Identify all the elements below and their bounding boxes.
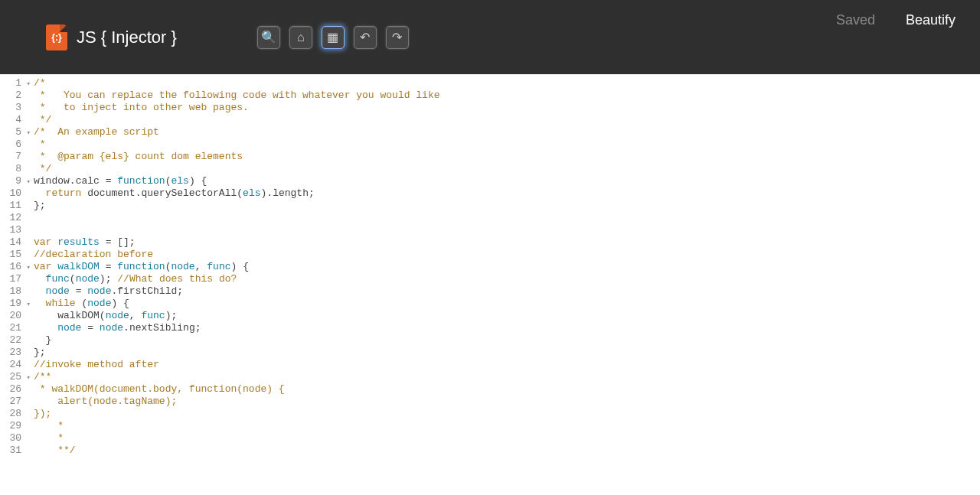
code-editor[interactable]: 1▾2345▾6789▾10111213141516▾171819▾202122… <box>0 74 980 495</box>
code-line[interactable]: **/ <box>34 445 980 457</box>
line-number: 25▾ <box>0 371 31 383</box>
code-line[interactable]: * walkDOM(document.body, function(node) … <box>34 383 980 396</box>
fold-chevron-icon[interactable]: ▾ <box>27 262 31 274</box>
code-line[interactable]: node = node.nextSibling; <box>34 322 980 334</box>
logo-wrap: {:} JS { Injector } <box>46 24 177 50</box>
code-line[interactable]: var results = []; <box>34 236 980 249</box>
code-line[interactable]: alert(node.tagName); <box>34 396 980 408</box>
line-number: 18 <box>0 285 31 298</box>
code-line[interactable]: /** <box>34 371 980 383</box>
code-line[interactable]: window.calc = function(els) { <box>34 175 980 187</box>
toolbar: 🔍⌂▦↶↷ <box>257 26 409 49</box>
code-line[interactable]: */ <box>34 114 980 126</box>
line-number: 29 <box>0 420 31 432</box>
line-number: 2 <box>0 90 31 102</box>
line-number: 26 <box>0 383 31 396</box>
fold-chevron-icon[interactable]: ▾ <box>27 78 31 90</box>
code-line[interactable]: walkDOM(node, func); <box>34 310 980 322</box>
line-number: 1▾ <box>0 77 31 90</box>
app-logo-icon: {:} <box>46 24 67 50</box>
line-number: 27 <box>0 396 31 408</box>
saved-status-label: Saved <box>836 12 875 28</box>
code-line[interactable]: * <box>34 420 980 432</box>
code-line[interactable]: }); <box>34 408 980 420</box>
line-number: 8 <box>0 163 31 175</box>
code-line[interactable]: while (node) { <box>34 298 980 310</box>
code-line[interactable]: /* <box>34 77 980 90</box>
line-number: 23 <box>0 347 31 359</box>
code-line[interactable] <box>34 212 980 224</box>
code-line[interactable]: node = node.firstChild; <box>34 285 980 298</box>
line-number: 14 <box>0 236 31 249</box>
code-line[interactable] <box>34 224 980 236</box>
fold-chevron-icon[interactable]: ▾ <box>27 176 31 188</box>
fold-chevron-icon[interactable]: ▾ <box>27 298 31 311</box>
code-line[interactable]: * <box>34 138 980 151</box>
line-number: 21 <box>0 322 31 334</box>
code-line[interactable]: return document.querySelectorAll(els).le… <box>34 187 980 200</box>
code-line[interactable]: //declaration before <box>34 249 980 261</box>
page-button[interactable]: ▦ <box>322 26 345 49</box>
code-line[interactable]: func(node); //What does this do? <box>34 273 980 285</box>
line-number: 24 <box>0 359 31 371</box>
line-number: 16▾ <box>0 261 31 273</box>
logo-glyph: {:} <box>51 32 61 43</box>
fold-chevron-icon[interactable]: ▾ <box>27 372 31 384</box>
code-line[interactable]: * <box>34 432 980 445</box>
line-number: 28 <box>0 408 31 420</box>
header-right-actions: Saved Beautify <box>836 12 956 28</box>
code-line[interactable]: //invoke method after <box>34 359 980 371</box>
code-line[interactable]: var walkDOM = function(node, func) { <box>34 261 980 273</box>
redo-button[interactable]: ↷ <box>386 26 409 49</box>
line-gutter: 1▾2345▾6789▾10111213141516▾171819▾202122… <box>0 74 31 495</box>
code-line[interactable]: * to inject into other web pages. <box>34 102 980 114</box>
line-number: 19▾ <box>0 298 31 310</box>
line-number: 9▾ <box>0 175 31 187</box>
page-icon: ▦ <box>327 30 338 44</box>
line-number: 15 <box>0 249 31 261</box>
line-number: 22 <box>0 334 31 347</box>
line-number: 4 <box>0 114 31 126</box>
code-area[interactable]: /* * You can replace the following code … <box>31 74 980 495</box>
code-line[interactable]: } <box>34 334 980 347</box>
code-line[interactable]: }; <box>34 347 980 359</box>
code-line[interactable]: * You can replace the following code wit… <box>34 90 980 102</box>
line-number: 11 <box>0 200 31 212</box>
beautify-button[interactable]: Beautify <box>906 12 956 28</box>
undo-icon: ↶ <box>360 30 370 44</box>
line-number: 5▾ <box>0 126 31 138</box>
line-number: 12 <box>0 212 31 224</box>
redo-icon: ↷ <box>392 30 402 44</box>
undo-button[interactable]: ↶ <box>354 26 377 49</box>
line-number: 30 <box>0 432 31 445</box>
code-line[interactable]: */ <box>34 163 980 175</box>
line-number: 3 <box>0 102 31 114</box>
code-line[interactable]: /* An example script <box>34 126 980 138</box>
line-number: 31 <box>0 445 31 457</box>
search-icon: 🔍 <box>261 30 276 44</box>
line-number: 10 <box>0 187 31 200</box>
fold-chevron-icon[interactable]: ▾ <box>27 127 31 139</box>
line-number: 17 <box>0 273 31 285</box>
search-button[interactable]: 🔍 <box>257 26 280 49</box>
line-number: 6 <box>0 138 31 151</box>
home-icon: ⌂ <box>297 31 305 44</box>
line-number: 20 <box>0 310 31 322</box>
home-button[interactable]: ⌂ <box>289 26 312 49</box>
line-number: 13 <box>0 224 31 236</box>
code-line[interactable]: * @param {els} count dom elements <box>34 151 980 163</box>
code-line[interactable]: }; <box>34 200 980 212</box>
header-bar: {:} JS { Injector } 🔍⌂▦↶↷ Saved Beautify <box>0 0 980 74</box>
line-number: 7 <box>0 151 31 163</box>
app-title: JS { Injector } <box>77 28 177 47</box>
